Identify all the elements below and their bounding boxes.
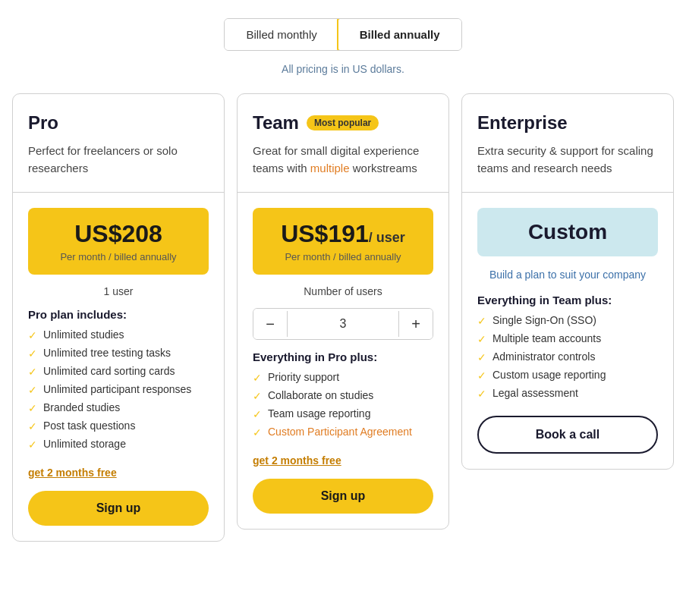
- plan-card-enterprise: Enterprise Extra security & support for …: [461, 93, 674, 470]
- list-item: ✓Unlimited card sorting cards: [28, 365, 209, 378]
- custom-label: Custom: [486, 220, 649, 244]
- list-item: ✓Collaborate on studies: [253, 389, 433, 402]
- features-list-pro: ✓Unlimited studies ✓Unlimited tree testi…: [28, 328, 209, 456]
- list-item: ✓Multiple team accounts: [477, 332, 658, 345]
- price-box-pro: US$208 Per month / billed annually: [28, 208, 209, 275]
- stepper-minus-btn[interactable]: −: [253, 309, 287, 339]
- list-item: ✓Unlimited storage: [28, 438, 209, 451]
- list-item: ✓Priority support: [253, 371, 433, 384]
- check-icon: ✓: [477, 388, 486, 400]
- check-icon: ✓: [477, 369, 486, 382]
- plan-name-enterprise: Enterprise: [477, 112, 568, 134]
- list-item: ✓Custom usage reporting: [477, 369, 658, 382]
- price-box-team: US$191/ user Per month / billed annually: [253, 208, 433, 275]
- price-main-team: US$191/ user: [262, 220, 424, 248]
- plan-description-pro: Perfect for freelancers or solo research…: [28, 143, 209, 177]
- popular-badge: Most popular: [307, 115, 379, 130]
- plan-body-enterprise: Custom Build a plan to suit your company…: [462, 193, 673, 469]
- check-icon: ✓: [28, 366, 37, 378]
- plan-header-pro: Pro Perfect for freelancers or solo rese…: [13, 94, 224, 193]
- user-stepper: − 3 +: [253, 308, 433, 340]
- check-icon: ✓: [253, 372, 262, 384]
- check-icon: ✓: [253, 390, 262, 402]
- features-list-team: ✓Priority support ✓Collaborate on studie…: [253, 371, 433, 444]
- features-title-team: Everything in Pro plus:: [253, 350, 433, 363]
- price-main-pro: US$208: [37, 220, 200, 248]
- check-icon: ✓: [28, 420, 37, 432]
- features-title-enterprise: Everything in Team plus:: [477, 294, 658, 306]
- plan-name-team: Team: [253, 112, 299, 134]
- list-item: ✓Legal assessment: [477, 387, 658, 400]
- pricing-note: All pricing is in US dollars.: [282, 63, 404, 75]
- billing-annually-btn[interactable]: Billed annually: [337, 18, 462, 51]
- plan-card-team: Team Most popular Great for small digita…: [237, 93, 449, 530]
- book-call-button[interactable]: Book a call: [477, 416, 658, 454]
- check-icon: ✓: [477, 333, 486, 345]
- stepper-plus-btn[interactable]: +: [399, 309, 433, 339]
- check-icon: ✓: [253, 426, 262, 438]
- list-item: ✓Post task questions: [28, 420, 209, 432]
- features-list-enterprise: ✓Single Sign-On (SSO) ✓Multiple team acc…: [477, 314, 658, 405]
- billing-toggle[interactable]: Billed monthly Billed annually: [224, 18, 461, 51]
- check-icon: ✓: [28, 329, 37, 341]
- billing-monthly-btn[interactable]: Billed monthly: [225, 19, 338, 50]
- user-label-team: Number of users: [253, 285, 433, 297]
- plan-card-pro: Pro Perfect for freelancers or solo rese…: [12, 93, 225, 542]
- list-item: ✓Single Sign-On (SSO): [477, 314, 658, 327]
- check-icon: ✓: [477, 315, 486, 327]
- list-item: ✓Unlimited tree testing tasks: [28, 347, 209, 360]
- price-sub-team: Per month / billed annually: [262, 251, 424, 262]
- build-plan-text: Build a plan to suit your company: [477, 267, 658, 283]
- free-months-pro: get 2 months free: [28, 467, 209, 479]
- plan-description-team: Great for small digital experience teams…: [253, 143, 433, 177]
- features-title-pro: Pro plan includes:: [28, 308, 209, 321]
- list-item: ✓Unlimited participant responses: [28, 383, 209, 396]
- check-icon: ✓: [28, 347, 37, 360]
- plan-header-team: Team Most popular Great for small digita…: [238, 94, 448, 193]
- plan-name-pro: Pro: [28, 112, 58, 134]
- price-sub-pro: Per month / billed annually: [37, 251, 200, 262]
- sign-up-button-team[interactable]: Sign up: [253, 479, 433, 514]
- price-box-enterprise: Custom: [477, 208, 658, 256]
- stepper-value: 3: [287, 311, 399, 337]
- check-icon: ✓: [28, 438, 37, 451]
- sign-up-button-pro[interactable]: Sign up: [28, 491, 209, 526]
- list-item: ✓Custom Participant Agreement: [253, 426, 433, 438]
- check-icon: ✓: [253, 408, 262, 420]
- list-item: ✓Team usage reporting: [253, 407, 433, 420]
- plan-body-team: US$191/ user Per month / billed annually…: [238, 193, 448, 529]
- check-icon: ✓: [477, 351, 486, 363]
- check-icon: ✓: [28, 402, 37, 414]
- plan-description-enterprise: Extra security & support for scaling tea…: [477, 143, 658, 177]
- check-icon: ✓: [28, 384, 37, 396]
- plans-container: Pro Perfect for freelancers or solo rese…: [12, 93, 674, 542]
- free-months-team: get 2 months free: [253, 454, 433, 467]
- plan-body-pro: US$208 Per month / billed annually 1 use…: [13, 193, 224, 541]
- plan-header-enterprise: Enterprise Extra security & support for …: [462, 94, 673, 193]
- user-label-pro: 1 user: [28, 285, 209, 297]
- list-item: ✓Branded studies: [28, 401, 209, 414]
- list-item: ✓Unlimited studies: [28, 328, 209, 341]
- list-item: ✓Administrator controls: [477, 350, 658, 363]
